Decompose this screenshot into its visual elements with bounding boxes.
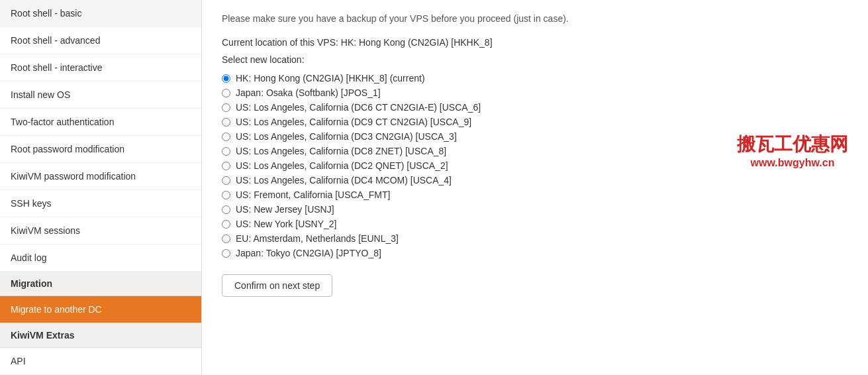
location-label-usca3[interactable]: US: Los Angeles, California (DC3 CN2GIA)… bbox=[236, 131, 457, 142]
location-list-item: EU: Amsterdam, Netherlands [EUNL_3] bbox=[222, 233, 848, 244]
location-list-item: US: Los Angeles, California (DC8 ZNET) [… bbox=[222, 146, 848, 156]
sidebar-item-ssh-keys[interactable]: SSH keys bbox=[0, 190, 201, 217]
location-label-usny2[interactable]: US: New York [USNY_2] bbox=[236, 219, 337, 229]
location-label-usca6[interactable]: US: Los Angeles, California (DC6 CT CN2G… bbox=[236, 102, 481, 113]
location-radio-jptyo8[interactable] bbox=[222, 249, 230, 258]
sidebar-item-root-shell-advanced[interactable]: Root shell - advanced bbox=[0, 27, 201, 54]
location-radio-hkhk8[interactable] bbox=[222, 74, 230, 83]
location-list-item: US: Los Angeles, California (DC2 QNET) [… bbox=[222, 160, 848, 171]
location-list-item: US: Fremont, California [USCA_FMT] bbox=[222, 189, 848, 200]
location-list-item: HK: Hong Kong (CN2GIA) [HKHK_8] (current… bbox=[222, 73, 848, 83]
location-label-usca4[interactable]: US: Los Angeles, California (DC4 MCOM) [… bbox=[236, 175, 452, 186]
location-radio-usca9[interactable] bbox=[222, 118, 230, 127]
location-list-item: US: New Jersey [USNJ] bbox=[222, 204, 848, 215]
sidebar-item-api[interactable]: API bbox=[0, 348, 201, 375]
confirm-button[interactable]: Confirm on next step bbox=[222, 274, 332, 297]
location-list-item: US: Los Angeles, California (DC6 CT CN2G… bbox=[222, 102, 848, 113]
location-label-usca9[interactable]: US: Los Angeles, California (DC9 CT CN2G… bbox=[236, 117, 471, 127]
sidebar-item-install-new-os[interactable]: Install new OS bbox=[0, 81, 201, 109]
sidebar-item-two-factor-authentication[interactable]: Two-factor authentication bbox=[0, 109, 201, 136]
current-location-value: HK: Hong Kong (CN2GIA) [HKHK_8] bbox=[341, 37, 493, 48]
current-location-label: Current location of this VPS: bbox=[222, 37, 338, 48]
sidebar-item-kiwivm-sessions[interactable]: KiwiVM sessions bbox=[0, 217, 201, 244]
location-list-item: US: Los Angeles, California (DC3 CN2GIA)… bbox=[222, 131, 848, 142]
sidebar: Root shell - basic Root shell - advanced… bbox=[0, 0, 202, 375]
select-new-location-label: Select new location: bbox=[222, 54, 848, 65]
location-radio-jpos1[interactable] bbox=[222, 89, 230, 97]
sidebar-item-root-shell-interactive[interactable]: Root shell - interactive bbox=[0, 54, 201, 81]
location-radio-eunl3[interactable] bbox=[222, 235, 230, 243]
location-list-item: US: Los Angeles, California (DC9 CT CN2G… bbox=[222, 117, 848, 127]
location-label-usca2[interactable]: US: Los Angeles, California (DC2 QNET) [… bbox=[236, 160, 448, 171]
location-label-jptyo8[interactable]: Japan: Tokyo (CN2GIA) [JPTYO_8] bbox=[236, 248, 381, 258]
location-label-hkhk8[interactable]: HK: Hong Kong (CN2GIA) [HKHK_8] (current… bbox=[236, 73, 425, 83]
location-radio-usca4[interactable] bbox=[222, 176, 230, 185]
migration-section-header: Migration bbox=[0, 272, 201, 296]
location-list-item: US: Los Angeles, California (DC4 MCOM) [… bbox=[222, 175, 848, 186]
sidebar-item-root-shell-basic[interactable]: Root shell - basic bbox=[0, 0, 201, 27]
location-label-usnj[interactable]: US: New Jersey [USNJ] bbox=[236, 204, 334, 215]
location-radio-usny2[interactable] bbox=[222, 220, 230, 229]
sidebar-item-kiwivm-password-modification[interactable]: KiwiVM password modification bbox=[0, 163, 201, 190]
kiwivm-extras-section-header: KiwiVM Extras bbox=[0, 323, 201, 348]
location-label-eunl3[interactable]: EU: Amsterdam, Netherlands [EUNL_3] bbox=[236, 233, 399, 244]
location-radio-usca3[interactable] bbox=[222, 133, 230, 141]
sidebar-item-migrate-to-another-dc[interactable]: Migrate to another DC bbox=[0, 296, 201, 323]
location-label-jpos1[interactable]: Japan: Osaka (Softbank) [JPOS_1] bbox=[236, 87, 381, 98]
location-list-item: Japan: Osaka (Softbank) [JPOS_1] bbox=[222, 87, 848, 98]
sidebar-item-audit-log[interactable]: Audit log bbox=[0, 244, 201, 272]
sidebar-item-root-password-modification[interactable]: Root password modification bbox=[0, 136, 201, 163]
current-location-info: Current location of this VPS: HK: Hong K… bbox=[222, 37, 848, 48]
location-list-item: Japan: Tokyo (CN2GIA) [JPTYO_8] bbox=[222, 248, 848, 258]
location-label-usca8[interactable]: US: Los Angeles, California (DC8 ZNET) [… bbox=[236, 146, 446, 156]
notice-text: Please make sure you have a backup of yo… bbox=[222, 13, 848, 24]
location-label-uscafmt[interactable]: US: Fremont, California [USCA_FMT] bbox=[236, 189, 390, 200]
location-radio-list: HK: Hong Kong (CN2GIA) [HKHK_8] (current… bbox=[222, 73, 848, 258]
location-radio-usca8[interactable] bbox=[222, 147, 230, 156]
location-radio-usca6[interactable] bbox=[222, 103, 230, 112]
location-radio-uscafmt[interactable] bbox=[222, 191, 230, 199]
location-radio-usca2[interactable] bbox=[222, 162, 230, 170]
location-list-item: US: New York [USNY_2] bbox=[222, 219, 848, 229]
location-radio-usnj[interactable] bbox=[222, 205, 230, 214]
main-content: Please make sure you have a backup of yo… bbox=[202, 0, 868, 375]
